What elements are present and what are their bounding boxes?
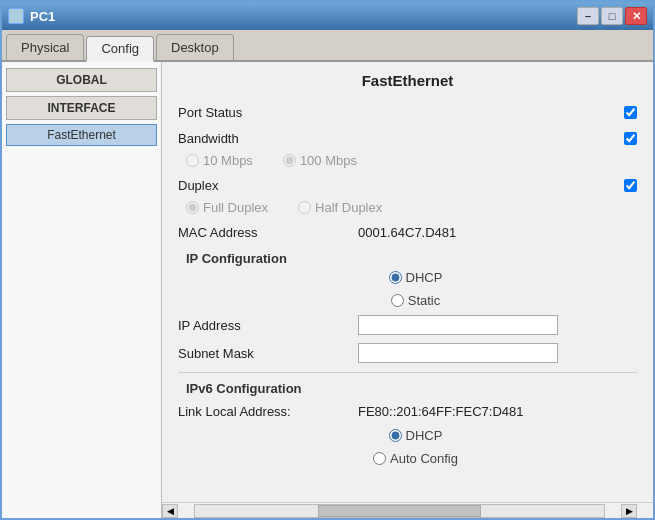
half-duplex-radio[interactable] xyxy=(298,201,311,214)
link-local-row: Link Local Address: FE80::201:64FF:FEC7:… xyxy=(178,400,637,422)
bandwidth-100-option: 100 Mbps xyxy=(283,153,357,168)
mac-address-row: MAC Address 0001.64C7.D481 xyxy=(178,221,637,243)
port-status-row: Port Status xyxy=(178,101,637,123)
duplex-checkbox-wrapper xyxy=(613,179,637,192)
bandwidth-label: Bandwidth xyxy=(178,131,613,146)
global-button[interactable]: GLOBAL xyxy=(6,68,157,92)
ipv6-type-group: DHCP Auto Config xyxy=(194,428,637,466)
bandwidth-checkbox[interactable] xyxy=(624,132,637,145)
right-panel: FastEthernet Port Status Bandwidth xyxy=(162,62,653,518)
half-duplex-option: Half Duplex xyxy=(298,200,382,215)
bandwidth-checkbox-wrapper xyxy=(613,132,637,145)
main-window: PC1 – □ ✕ Physical Config Desktop GLOBAL… xyxy=(0,0,655,520)
scroll-right-button[interactable]: ▶ xyxy=(621,504,637,518)
ipv6-config-header: IPv6 Configuration xyxy=(186,381,637,396)
ip-type-group: DHCP Static xyxy=(194,270,637,308)
ip-address-label: IP Address xyxy=(178,318,358,333)
duplex-label: Duplex xyxy=(178,178,613,193)
ipv6-dhcp-option: DHCP xyxy=(389,428,443,443)
tab-physical[interactable]: Physical xyxy=(6,34,84,60)
scroll-left-button[interactable]: ◀ xyxy=(162,504,178,518)
ip-address-row: IP Address xyxy=(178,314,637,336)
dhcp-option: DHCP xyxy=(389,270,443,285)
auto-config-radio[interactable] xyxy=(373,452,386,465)
port-status-label: Port Status xyxy=(178,105,613,120)
static-radio[interactable] xyxy=(391,294,404,307)
scroll-track[interactable] xyxy=(194,504,605,518)
ipv6-dhcp-radio[interactable] xyxy=(389,429,402,442)
subnet-mask-input[interactable] xyxy=(358,343,558,363)
title-bar: PC1 – □ ✕ xyxy=(2,2,653,30)
minimize-button[interactable]: – xyxy=(577,7,599,25)
window-title: PC1 xyxy=(30,9,577,24)
full-duplex-option: Full Duplex xyxy=(186,200,268,215)
maximize-button[interactable]: □ xyxy=(601,7,623,25)
scroll-thumb[interactable] xyxy=(318,505,482,517)
sidebar: GLOBAL INTERFACE FastEthernet xyxy=(2,62,162,518)
title-bar-buttons: – □ ✕ xyxy=(577,7,647,25)
full-duplex-radio[interactable] xyxy=(186,201,199,214)
bandwidth-10-option: 10 Mbps xyxy=(186,153,253,168)
tab-bar: Physical Config Desktop xyxy=(2,30,653,62)
subnet-mask-label: Subnet Mask xyxy=(178,346,358,361)
port-status-checkbox-wrapper xyxy=(613,106,637,119)
auto-config-option: Auto Config xyxy=(373,451,458,466)
tab-config[interactable]: Config xyxy=(86,36,154,62)
port-status-checkbox[interactable] xyxy=(624,106,637,119)
panel-scroll[interactable]: FastEthernet Port Status Bandwidth xyxy=(162,62,653,502)
dhcp-radio[interactable] xyxy=(389,271,402,284)
link-local-label: Link Local Address: xyxy=(178,404,358,419)
close-button[interactable]: ✕ xyxy=(625,7,647,25)
horizontal-scrollbar: ◀ ▶ xyxy=(162,502,653,518)
fastethernet-item[interactable]: FastEthernet xyxy=(6,124,157,146)
ip-address-input[interactable] xyxy=(358,315,558,335)
mac-address-label: MAC Address xyxy=(178,225,358,240)
subnet-mask-row: Subnet Mask xyxy=(178,342,637,364)
duplex-row: Duplex xyxy=(178,174,637,196)
static-option: Static xyxy=(391,293,441,308)
bandwidth-row: Bandwidth xyxy=(178,127,637,149)
tab-desktop[interactable]: Desktop xyxy=(156,34,234,60)
duplex-radio-group: Full Duplex Half Duplex xyxy=(186,200,637,215)
panel-title: FastEthernet xyxy=(178,72,637,89)
panel-content: FastEthernet Port Status Bandwidth xyxy=(162,62,653,502)
link-local-value: FE80::201:64FF:FEC7:D481 xyxy=(358,404,523,419)
divider xyxy=(178,372,637,373)
content-area: GLOBAL INTERFACE FastEthernet FastEthern… xyxy=(2,62,653,518)
ip-config-header: IP Configuration xyxy=(186,251,637,266)
bandwidth-100-radio[interactable] xyxy=(283,154,296,167)
bottom-spacer xyxy=(178,472,637,502)
mac-address-value: 0001.64C7.D481 xyxy=(358,225,456,240)
bandwidth-10-radio[interactable] xyxy=(186,154,199,167)
window-icon xyxy=(8,8,24,24)
duplex-checkbox[interactable] xyxy=(624,179,637,192)
interface-button[interactable]: INTERFACE xyxy=(6,96,157,120)
bandwidth-radio-group: 10 Mbps 100 Mbps xyxy=(186,153,637,168)
